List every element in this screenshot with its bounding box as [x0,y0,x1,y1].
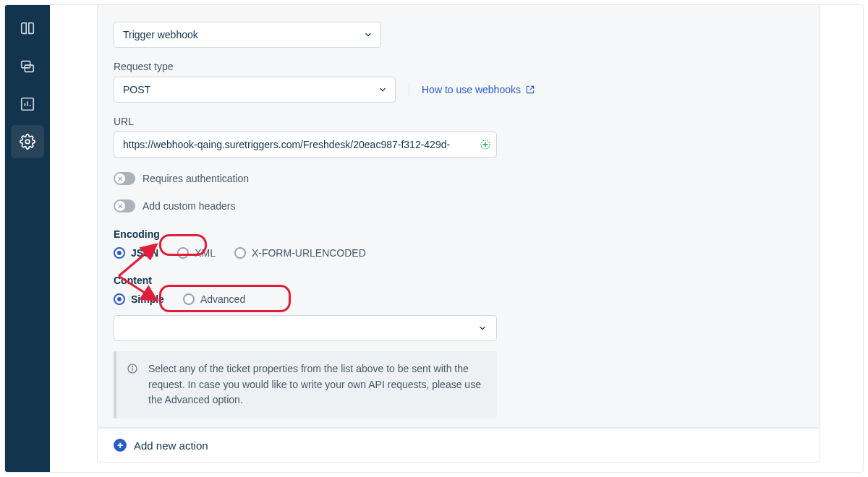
encoding-json-label: JSON [131,247,158,259]
custom-headers-toggle[interactable]: ✕ [114,199,135,212]
radio-icon [114,247,125,259]
request-type-select[interactable]: POST [114,77,396,103]
content-advanced-radio[interactable]: Advanced [183,293,245,305]
requires-auth-label: Requires authentication [142,173,249,184]
card-footer: + Add new action [97,428,820,463]
url-label: URL [114,116,804,127]
radio-icon [183,293,195,305]
chevron-down-icon [363,30,373,40]
custom-headers-label: Add custom headers [142,200,235,212]
request-type-label: Request type [114,61,804,72]
help-link-text: How to use webhooks [422,84,521,95]
encoding-section-label: Encoding [114,228,804,240]
insert-placeholder-icon[interactable] [479,138,492,151]
info-icon [127,363,138,379]
content-simple-label: Simple [131,293,164,305]
encoding-json-radio[interactable]: JSON [114,247,158,259]
external-link-icon [525,85,535,95]
main-content: Trigger webhook Request type POST How to [50,5,863,472]
webhook-action-card: Trigger webhook Request type POST How to [97,5,820,428]
add-new-action-button[interactable]: + Add new action [114,439,208,452]
encoding-radio-group: JSON XML X-FORM-URLENCODED [114,247,804,259]
info-box: Select any of the ticket properties from… [114,351,497,418]
ticket-properties-select[interactable] [114,315,497,341]
analytics-icon [20,96,35,112]
add-new-action-label: Add new action [134,439,208,452]
radio-icon [114,293,125,305]
webhook-help-link[interactable]: How to use webhooks [409,77,535,103]
radio-icon [234,247,246,259]
action-type-value: Trigger webhook [123,29,198,40]
content-advanced-label: Advanced [200,293,245,305]
encoding-form-label: X-FORM-URLENCODED [252,247,366,259]
toggle-knob: ✕ [115,173,125,184]
toggle-knob: ✕ [115,201,125,211]
svg-rect-0 [22,61,30,68]
sidebar-item-analytics[interactable] [11,87,44,121]
content-radio-group: Simple Advanced [114,293,804,305]
encoding-xml-radio[interactable]: XML [177,247,216,259]
gear-icon [20,134,35,150]
content-simple-radio[interactable]: Simple [114,293,164,305]
requires-auth-toggle[interactable]: ✕ [114,172,135,185]
conversations-icon [20,59,35,74]
action-type-select[interactable]: Trigger webhook [114,22,381,48]
plus-circle-icon: + [114,439,127,452]
sidebar-item-knowledge[interactable] [11,12,44,46]
sidebar-item-conversations[interactable] [11,50,44,83]
request-type-value: POST [123,84,150,95]
svg-point-7 [132,366,132,367]
content-section-label: Content [114,275,804,286]
sidebar-item-settings[interactable] [11,125,44,158]
radio-icon [177,247,189,259]
encoding-xml-label: XML [195,247,216,259]
chevron-down-icon [378,85,388,95]
url-input[interactable]: https://webhook-qaing.suretriggers.com/F… [114,132,497,158]
svg-point-3 [25,139,30,144]
left-sidebar [5,5,50,472]
form-canvas: Trigger webhook Request type POST How to [50,5,863,472]
chevron-down-icon [477,323,488,333]
book-icon [20,21,35,37]
encoding-form-radio[interactable]: X-FORM-URLENCODED [234,247,366,259]
svg-rect-1 [25,65,33,72]
info-text: Select any of the ticket properties from… [148,363,481,405]
url-value: https://webhook-qaing.suretriggers.com/F… [123,139,450,150]
